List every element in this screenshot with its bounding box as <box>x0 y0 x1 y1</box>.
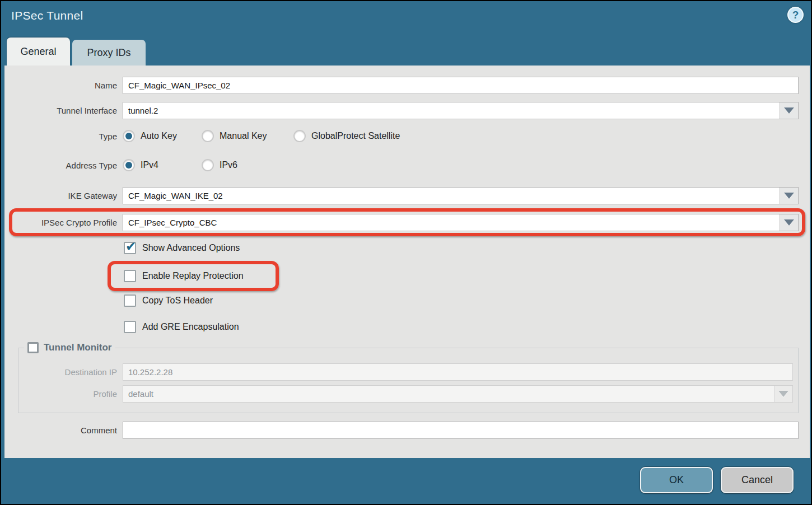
ipsec-crypto-profile-dropdown-button[interactable] <box>780 214 798 231</box>
type-option-manual-key: Manual Key <box>202 130 293 142</box>
chevron-down-icon <box>784 107 794 114</box>
address-type-row: Address Type IPv4 IPv6 <box>4 158 799 172</box>
show-advanced-options-label: Show Advanced Options <box>142 243 240 253</box>
show-advanced-options-checkbox[interactable]: ✔ <box>124 242 136 254</box>
ike-gateway-dropdown[interactable]: CF_Magic_WAN_IKE_02 <box>123 187 799 204</box>
comment-label: Comment <box>4 425 123 435</box>
tunnel-monitor-checkbox[interactable] <box>27 342 39 353</box>
address-type-label: Address Type <box>4 161 123 170</box>
tunnel-interface-dropdown[interactable]: tunnel.2 <box>123 102 799 119</box>
profile-dropdown-button <box>774 386 792 402</box>
radio-dot <box>296 133 303 139</box>
profile-value: default <box>123 389 774 399</box>
enable-replay-protection-highlight-annotation: Enable Replay Protection <box>108 261 279 291</box>
cancel-button[interactable]: Cancel <box>721 467 794 493</box>
enable-replay-protection-checkbox[interactable] <box>124 270 136 282</box>
ipsec-crypto-profile-value: CF_IPsec_Crypto_CBC <box>123 218 780 227</box>
ipv6-label: IPv6 <box>220 160 237 170</box>
comment-row: Comment <box>4 421 799 439</box>
type-row: Type Auto Key Manual Key GlobalProtect S… <box>4 129 799 143</box>
radio-globalprotect-satellite[interactable] <box>293 130 306 142</box>
name-label: Name <box>4 81 123 90</box>
tunnel-interface-dropdown-button[interactable] <box>780 102 798 119</box>
add-gre-encapsulation-checkbox[interactable] <box>124 321 136 333</box>
destination-ip-value: 10.252.2.28 <box>123 367 792 377</box>
copy-tos-header-label: Copy ToS Header <box>142 296 213 306</box>
tunnel-monitor-group: Tunnel Monitor Destination IP 10.252.2.2… <box>18 342 799 413</box>
ipsec-crypto-profile-row: IPSec Crypto Profile CF_IPsec_Crypto_CBC <box>12 213 799 231</box>
manual-key-label: Manual Key <box>220 131 267 141</box>
ipv4-label: IPv4 <box>141 160 158 170</box>
copy-tos-header-row: Copy ToS Header <box>4 293 810 308</box>
radio-dot <box>125 162 132 169</box>
radio-ipv4[interactable] <box>123 159 135 171</box>
chevron-down-icon <box>778 391 788 397</box>
ike-gateway-row: IKE Gateway CF_Magic_WAN_IKE_02 <box>4 186 799 204</box>
enable-replay-protection-row: Enable Replay Protection <box>111 269 276 283</box>
type-label: Type <box>4 132 123 141</box>
radio-dot <box>204 162 211 169</box>
globalprotect-satellite-label: GlobalProtect Satellite <box>311 131 400 141</box>
tunnel-interface-row: Tunnel Interface tunnel.2 <box>4 101 799 119</box>
name-row: Name <box>4 76 799 94</box>
auto-key-label: Auto Key <box>141 131 177 141</box>
ike-gateway-dropdown-button[interactable] <box>780 188 798 204</box>
tunnel-monitor-label: Tunnel Monitor <box>44 342 112 353</box>
checkmark-icon: ✔ <box>125 239 136 254</box>
tunnel-interface-value: tunnel.2 <box>123 106 780 115</box>
ok-button[interactable]: OK <box>640 467 713 493</box>
profile-row: Profile default <box>18 385 793 403</box>
tunnel-interface-label: Tunnel Interface <box>4 106 123 115</box>
ike-gateway-value: CF_Magic_WAN_IKE_02 <box>123 191 780 200</box>
tunnel-monitor-legend: Tunnel Monitor <box>24 342 115 353</box>
tab-general[interactable]: General <box>7 38 70 66</box>
tab-proxy-ids[interactable]: Proxy IDs <box>72 40 146 66</box>
destination-ip-field: 10.252.2.28 <box>123 363 793 381</box>
address-type-option-ipv4: IPv4 <box>123 159 202 171</box>
destination-ip-label: Destination IP <box>18 367 123 377</box>
destination-ip-row: Destination IP 10.252.2.28 <box>18 363 793 381</box>
profile-label: Profile <box>18 389 123 399</box>
general-tab-panel: Name Tunnel Interface tunnel.2 Type Auto… <box>4 66 810 458</box>
copy-tos-header-checkbox[interactable] <box>124 294 136 307</box>
ike-gateway-label: IKE Gateway <box>4 191 123 200</box>
chevron-down-icon <box>784 219 794 226</box>
ipsec-crypto-profile-dropdown[interactable]: CF_IPsec_Crypto_CBC <box>123 214 799 231</box>
chevron-down-icon <box>784 193 794 199</box>
ipsec-crypto-profile-label: IPSec Crypto Profile <box>12 218 123 227</box>
radio-dot <box>204 133 211 139</box>
help-icon-glyph: ? <box>792 9 799 21</box>
profile-dropdown: default <box>123 385 793 403</box>
add-gre-encapsulation-row: Add GRE Encapsulation <box>4 320 810 334</box>
enable-replay-protection-label: Enable Replay Protection <box>142 271 244 281</box>
radio-manual-key[interactable] <box>202 130 214 142</box>
show-advanced-options-row: ✔ Show Advanced Options <box>4 241 810 255</box>
tab-bar: General Proxy IDs <box>7 38 146 66</box>
add-gre-encapsulation-label: Add GRE Encapsulation <box>142 322 239 332</box>
address-type-option-ipv6: IPv6 <box>202 159 281 171</box>
radio-dot <box>125 133 132 139</box>
comment-input[interactable] <box>123 422 799 439</box>
dialog-title: IPSec Tunnel <box>11 9 83 22</box>
type-option-globalprotect-satellite: GlobalProtect Satellite <box>293 130 400 142</box>
radio-ipv6[interactable] <box>202 159 214 171</box>
ipsec-tunnel-dialog: IPSec Tunnel ? General Proxy IDs Name Tu… <box>0 0 812 505</box>
help-icon[interactable]: ? <box>787 7 804 23</box>
ipsec-crypto-profile-highlight-annotation: IPSec Crypto Profile CF_IPsec_Crypto_CBC <box>9 208 805 236</box>
name-input[interactable] <box>123 77 799 94</box>
type-option-auto-key: Auto Key <box>123 130 202 142</box>
radio-auto-key[interactable] <box>123 130 135 142</box>
